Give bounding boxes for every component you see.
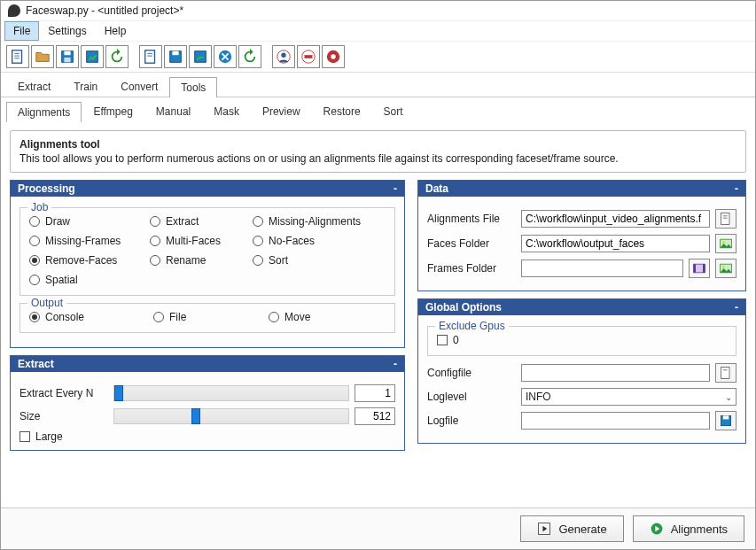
svg-point-30 — [722, 266, 725, 268]
job-label: Missing-Frames — [45, 235, 121, 247]
alignments-file-input[interactable] — [521, 210, 710, 228]
job-option-draw[interactable]: Draw — [29, 215, 144, 228]
job-label: Rename — [166, 254, 206, 267]
stop-icon[interactable] — [322, 45, 345, 68]
menu-help[interactable]: Help — [96, 21, 136, 41]
save-icon[interactable] — [164, 45, 187, 68]
job-option-extract[interactable]: Extract — [150, 215, 247, 228]
play-icon — [650, 522, 664, 536]
toolbar — [1, 42, 755, 73]
subtab-manual[interactable]: Manual — [144, 101, 202, 121]
job-option-missing-alignments[interactable]: Missing-Alignments — [253, 215, 386, 228]
browse-image-icon-2[interactable] — [715, 259, 737, 278]
output-option-move[interactable]: Move — [269, 311, 357, 323]
subtab-mask[interactable]: Mask — [202, 101, 251, 121]
new-doc-icon[interactable] — [139, 45, 162, 68]
close-doc-icon[interactable] — [214, 45, 237, 68]
frames-folder-label: Frames Folder — [427, 262, 516, 275]
job-option-remove-faces[interactable]: Remove-Faces — [29, 254, 144, 267]
subtab-sort[interactable]: Sort — [372, 101, 415, 121]
output-option-console[interactable]: Console — [29, 311, 153, 323]
exclude-gpus-legend: Exclude Gpus — [435, 320, 509, 332]
browse-image-icon[interactable] — [715, 234, 737, 253]
description-title: Alignments tool — [19, 138, 737, 151]
logfile-input[interactable] — [521, 412, 710, 430]
subtab-effmpeg[interactable]: Effmpeg — [82, 101, 144, 121]
svg-rect-5 — [64, 51, 70, 56]
logfile-label: Logfile — [427, 414, 516, 427]
processing-collapse-icon[interactable]: - — [394, 182, 397, 195]
size-input[interactable] — [355, 407, 395, 425]
save-all-icon[interactable] — [189, 45, 212, 68]
svg-point-25 — [722, 241, 725, 244]
record-icon[interactable] — [297, 45, 320, 68]
output-label: File — [169, 311, 186, 323]
output-option-file[interactable]: File — [153, 311, 269, 323]
browse-file-icon[interactable] — [715, 209, 737, 229]
faces-folder-input[interactable] — [521, 235, 710, 252]
svg-rect-21 — [721, 213, 729, 225]
radio-icon — [253, 236, 263, 246]
large-checkbox[interactable]: Large — [19, 430, 395, 443]
menu-settings[interactable]: Settings — [39, 21, 95, 41]
configfile-input[interactable] — [521, 364, 710, 382]
output-label: Console — [45, 311, 84, 323]
browse-video-icon[interactable] — [689, 259, 710, 278]
radio-icon — [29, 236, 40, 246]
radio-icon — [269, 312, 279, 322]
job-option-missing-frames[interactable]: Missing-Frames — [29, 235, 144, 247]
tab-convert[interactable]: Convert — [109, 76, 169, 97]
job-option-spatial[interactable]: Spatial — [29, 274, 144, 286]
global-collapse-icon[interactable]: - — [735, 301, 738, 314]
job-label: Missing-Alignments — [269, 215, 361, 228]
checkbox-icon — [437, 335, 448, 345]
browse-file-icon-2[interactable] — [715, 363, 737, 383]
menu-file[interactable]: File — [4, 21, 39, 41]
gpu-0-checkbox[interactable]: 0 — [437, 334, 727, 346]
size-label: Size — [19, 410, 108, 422]
output-legend: Output — [27, 297, 66, 309]
svg-rect-12 — [172, 51, 178, 56]
every-n-label: Extract Every N — [19, 387, 108, 399]
job-option-no-faces[interactable]: No-Faces — [253, 235, 386, 247]
size-slider[interactable] — [113, 408, 349, 424]
extract-collapse-icon[interactable]: - — [394, 358, 397, 370]
radio-icon — [29, 275, 40, 285]
job-option-rename[interactable]: Rename — [150, 254, 247, 267]
job-option-sort[interactable]: Sort — [253, 254, 386, 267]
job-label: Sort — [269, 254, 288, 267]
data-collapse-icon[interactable]: - — [735, 182, 738, 195]
subtab-restore[interactable]: Restore — [312, 101, 372, 121]
reload-project-icon[interactable] — [105, 45, 129, 68]
app-logo-icon — [8, 4, 20, 17]
loglevel-select[interactable]: INFO ⌄ — [521, 388, 737, 406]
radio-icon — [150, 236, 160, 246]
alignments-button[interactable]: Alignments — [633, 515, 744, 542]
open-project-icon[interactable] — [31, 45, 54, 68]
alignments-label: Alignments — [671, 523, 728, 536]
main-tabs: Extract Train Convert Tools — [1, 73, 755, 97]
user-icon[interactable] — [272, 45, 295, 68]
job-label: Remove-Faces — [45, 254, 117, 267]
generate-button[interactable]: Generate — [520, 515, 623, 542]
tab-train[interactable]: Train — [62, 76, 109, 97]
titlebar: Faceswap.py - <untitled project>* — [1, 1, 755, 21]
save-file-icon[interactable] — [715, 411, 737, 430]
large-label: Large — [35, 430, 63, 443]
save-project-icon[interactable] — [56, 45, 79, 68]
subtab-alignments[interactable]: Alignments — [6, 102, 82, 122]
subtab-preview[interactable]: Preview — [251, 101, 312, 121]
refresh-icon[interactable] — [238, 45, 261, 68]
every-n-slider[interactable] — [113, 385, 349, 401]
svg-rect-27 — [694, 264, 696, 273]
tab-extract[interactable]: Extract — [6, 76, 62, 97]
svg-rect-31 — [721, 368, 729, 379]
job-option-multi-faces[interactable]: Multi-Faces — [150, 235, 247, 247]
description-box: Alignments tool This tool allows you to … — [10, 130, 746, 173]
job-label: No-Faces — [269, 235, 315, 247]
frames-folder-input[interactable] — [521, 260, 683, 277]
save-as-project-icon[interactable] — [81, 45, 104, 68]
tab-tools[interactable]: Tools — [169, 77, 217, 97]
every-n-input[interactable] — [355, 384, 395, 402]
new-project-icon[interactable] — [6, 45, 29, 68]
